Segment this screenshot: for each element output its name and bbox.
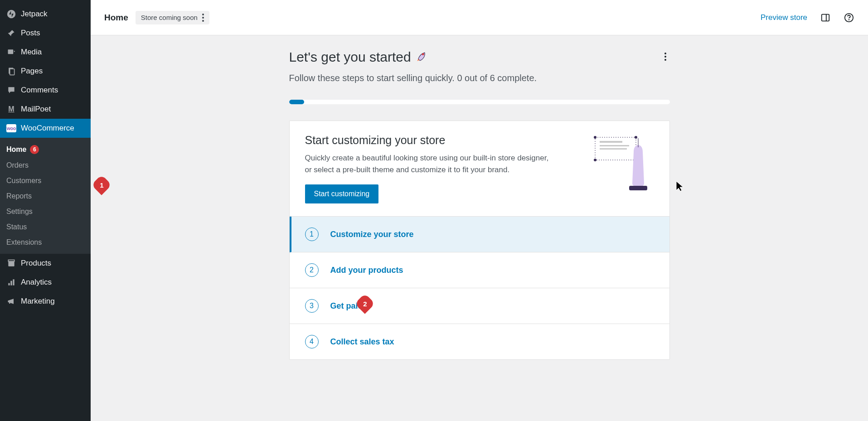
svg-rect-18: [600, 141, 622, 143]
task-list: 1 Customize your store 2 Add your produc…: [290, 216, 669, 359]
progress-fill: [289, 100, 305, 104]
sub-item-settings[interactable]: Settings: [0, 204, 91, 219]
comment-icon: [6, 85, 16, 95]
media-icon: [6, 47, 16, 57]
task-number: 4: [305, 335, 319, 348]
sidebar-item-label: Comments: [21, 86, 58, 95]
rocket-icon: [416, 49, 428, 65]
mailpoet-icon: M: [6, 104, 16, 114]
sub-item-label: Home: [6, 145, 26, 154]
svg-rect-4: [8, 261, 14, 266]
sub-item-reports[interactable]: Reports: [0, 189, 91, 204]
sub-item-label: Settings: [6, 208, 33, 216]
svg-rect-7: [10, 281, 12, 286]
store-status-chip[interactable]: Store coming soon: [136, 11, 209, 24]
kebab-icon: [202, 14, 204, 22]
onboarding-card: Start customizing your store Quickly cre…: [289, 121, 670, 360]
task-customize-store[interactable]: 1 Customize your store: [290, 217, 669, 252]
pin-icon: [6, 28, 16, 38]
svg-rect-6: [8, 283, 10, 286]
svg-rect-19: [600, 145, 629, 146]
svg-point-17: [594, 159, 596, 161]
task-label: Add your products: [330, 266, 403, 275]
page-header: Let's get you started Follow these steps…: [289, 44, 670, 91]
sidebar-item-jetpack[interactable]: Jetpack: [0, 5, 91, 24]
sub-item-status[interactable]: Status: [0, 219, 91, 235]
task-number: 1: [305, 227, 319, 241]
start-customizing-button[interactable]: Start customizing: [305, 184, 379, 203]
sidebar-item-label: Products: [21, 259, 51, 268]
task-label: Get paid: [330, 301, 363, 311]
sub-item-label: Reports: [6, 192, 32, 200]
onboarding-title-text: Let's get you started: [289, 49, 411, 65]
task-add-products[interactable]: 2 Add your products: [290, 252, 669, 288]
svg-rect-3: [10, 69, 15, 75]
sidebar-item-woocommerce[interactable]: woo WooCommerce: [0, 119, 91, 138]
sidebar-item-posts[interactable]: Posts: [0, 24, 91, 43]
svg-rect-1: [8, 49, 14, 54]
task-get-paid[interactable]: 3 Get paid 2: [290, 288, 669, 324]
svg-rect-20: [600, 148, 627, 150]
kebab-icon: [664, 53, 666, 61]
sidebar-item-pages[interactable]: Pages: [0, 62, 91, 81]
tasks-more-button[interactable]: [661, 49, 670, 64]
featured-title: Start customizing your store: [305, 134, 577, 147]
svg-rect-9: [822, 14, 829, 21]
customize-illustration: [591, 134, 654, 193]
svg-point-15: [594, 136, 596, 139]
svg-point-13: [422, 53, 424, 55]
topbar: Home Store coming soon Preview store: [91, 0, 868, 35]
pages-icon: [6, 66, 16, 76]
help-icon[interactable]: [844, 12, 854, 23]
sidebar-item-media[interactable]: Media: [0, 43, 91, 62]
sub-item-orders[interactable]: Orders: [0, 158, 91, 173]
sidebar-item-label: Posts: [21, 29, 40, 38]
woocommerce-icon: woo: [6, 123, 16, 133]
task-number: 2: [305, 263, 319, 277]
sidebar-item-label: Analytics: [21, 278, 52, 287]
woocommerce-submenu: Home 6 Orders Customers Reports Settings…: [0, 138, 91, 254]
main-area: Home Store coming soon Preview store: [91, 0, 868, 421]
onboarding-progress: [289, 100, 670, 104]
sub-item-extensions[interactable]: Extensions: [0, 235, 91, 250]
svg-rect-5: [8, 260, 14, 261]
task-number: 3: [305, 299, 319, 313]
svg-point-16: [635, 136, 637, 139]
sub-item-home[interactable]: Home 6: [0, 141, 91, 158]
sidebar-item-label: Pages: [21, 67, 43, 76]
products-icon: [6, 258, 16, 268]
sidebar-item-analytics[interactable]: Analytics: [0, 273, 91, 292]
content-scroll[interactable]: Let's get you started Follow these steps…: [91, 35, 868, 421]
sub-item-label: Customers: [6, 177, 41, 185]
sidebar-item-mailpoet[interactable]: M MailPoet: [0, 100, 91, 119]
sidebar-item-label: Media: [21, 48, 42, 57]
sub-item-label: Extensions: [6, 238, 42, 247]
task-collect-tax[interactable]: 4 Collect sales tax: [290, 324, 669, 359]
onboarding-title: Let's get you started: [289, 49, 537, 65]
svg-point-12: [849, 19, 849, 20]
featured-desc: Quickly create a beautiful looking store…: [305, 152, 550, 175]
sub-item-customers[interactable]: Customers: [0, 173, 91, 189]
task-label: Collect sales tax: [330, 337, 394, 347]
sidebar-item-label: WooCommerce: [21, 124, 74, 133]
sidebar-item-comments[interactable]: Comments: [0, 81, 91, 100]
page-title-breadcrumb: Home: [104, 13, 128, 23]
task-label: Customize your store: [330, 230, 414, 239]
count-badge: 6: [30, 145, 39, 154]
analytics-icon: [6, 277, 16, 287]
sidebar-item-products[interactable]: Products: [0, 254, 91, 273]
jetpack-icon: [6, 9, 16, 19]
megaphone-icon: [6, 296, 16, 306]
onboarding-subtitle: Follow these steps to start selling quic…: [289, 73, 537, 83]
store-status-label: Store coming soon: [141, 14, 198, 21]
admin-sidebar: Jetpack Posts Media Pages Comments: [0, 0, 91, 421]
svg-rect-21: [629, 186, 647, 190]
featured-task: Start customizing your store Quickly cre…: [290, 121, 669, 216]
svg-point-0: [7, 10, 15, 18]
sidebar-item-label: Marketing: [21, 297, 55, 306]
sub-item-label: Orders: [6, 161, 29, 169]
preview-store-link[interactable]: Preview store: [761, 13, 807, 22]
panel-toggle-icon[interactable]: [820, 12, 831, 23]
sidebar-item-label: MailPoet: [21, 105, 51, 114]
sidebar-item-marketing[interactable]: Marketing: [0, 292, 91, 311]
